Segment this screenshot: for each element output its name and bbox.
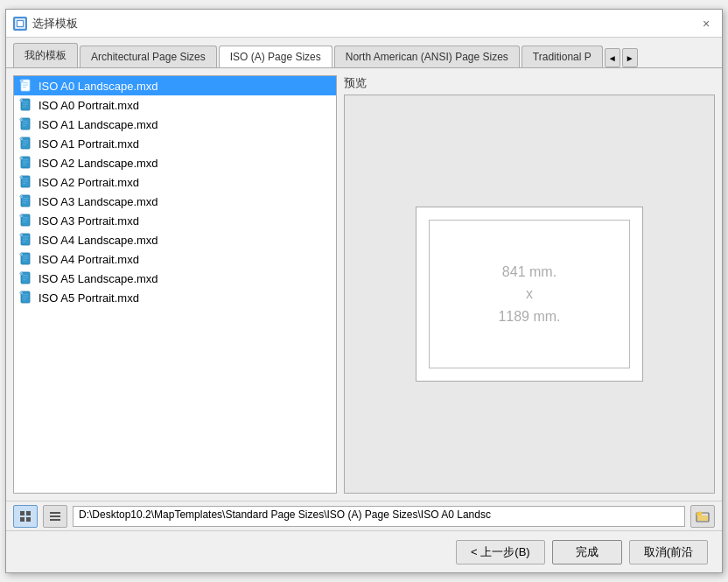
list-item[interactable]: G ISO A3 Landscape.mxd [14,192,336,211]
file-icon: G [19,271,33,285]
svg-rect-28 [23,162,28,163]
list-item-label: ISO A3 Portrait.mxd [38,214,139,228]
svg-rect-11 [23,106,26,107]
list-item-label: ISO A0 Portrait.mxd [38,99,139,112]
dialog-title: 选择模板 [32,16,78,32]
path-input[interactable]: D:\Desktop10.2\MapTemplates\Standard Pag… [73,506,685,527]
svg-rect-5 [23,87,26,88]
tab-architectural[interactable]: Architectural Page Sizes [80,46,217,67]
view-list-button[interactable] [43,505,67,528]
tab-prev-button[interactable]: ◄ [605,48,620,67]
file-icon: G [19,214,33,228]
file-icon: G [19,117,33,131]
svg-rect-79 [50,515,60,517]
svg-rect-4 [23,85,28,86]
svg-rect-16 [23,123,28,124]
svg-rect-63 [23,275,28,276]
size-line2: x [526,286,533,301]
list-item-label: ISO A5 Landscape.mxd [38,272,158,285]
file-list[interactable]: G ISO A0 Landscape.mxd G ISO A0 Portrait… [13,75,337,494]
tab-traditional[interactable]: Traditional P [522,46,603,67]
preview-area: 841 mm. x 1189 mm. [344,95,715,494]
list-item[interactable]: G ISO A3 Portrait.mxd [14,211,336,230]
right-panel: 预览 841 mm. x 1189 mm. [344,75,715,494]
list-item-label: ISO A1 Portrait.mxd [38,137,139,151]
file-icon: G [19,156,33,170]
view-grid-button[interactable] [13,505,38,528]
svg-rect-82 [696,513,702,515]
list-item[interactable]: G ISO A4 Landscape.mxd [14,230,336,249]
bottom-bar: < 上一步(B) 完成 取消(前沿 [6,530,722,572]
svg-rect-22 [23,143,28,144]
svg-rect-70 [23,297,28,298]
list-item-label: ISO A3 Landscape.mxd [38,195,158,208]
svg-rect-71 [23,298,26,299]
list-item-label: ISO A1 Landscape.mxd [38,118,158,131]
list-item[interactable]: G ISO A5 Portrait.mxd [14,288,336,307]
svg-rect-65 [23,279,26,280]
svg-rect-10 [23,104,28,105]
list-item[interactable]: G ISO A2 Portrait.mxd [14,172,336,192]
svg-rect-34 [23,181,28,182]
title-bar-left: 选择模板 [13,16,78,32]
tab-next-button[interactable]: ► [622,48,638,67]
svg-rect-33 [23,179,28,179]
tab-my-templates[interactable]: 我的模板 [13,43,78,67]
back-button[interactable]: < 上一步(B) [456,540,545,564]
svg-rect-39 [23,198,28,199]
list-item[interactable]: G ISO A5 Landscape.mxd [14,269,336,288]
list-item-label: ISO A4 Landscape.mxd [38,234,158,247]
list-item[interactable]: G ISO A4 Portrait.mxd [14,249,336,269]
file-icon: G [19,137,33,151]
list-item[interactable]: G ISO A1 Landscape.mxd [14,115,336,134]
size-line3: 1189 mm. [498,309,560,324]
cancel-button[interactable]: 取消(前沿 [629,540,708,564]
svg-rect-75 [26,511,31,515]
svg-rect-9 [23,102,28,102]
list-item[interactable]: G ISO A0 Portrait.mxd [14,95,336,115]
tab-north-american[interactable]: North American (ANSI) Page Sizes [334,46,520,67]
file-icon: G [19,98,33,112]
svg-rect-15 [23,121,28,122]
list-item[interactable]: G ISO A1 Portrait.mxd [14,134,336,153]
content-area: G ISO A0 Landscape.mxd G ISO A0 Portrait… [6,68,722,501]
close-button[interactable]: × [697,15,715,32]
list-item[interactable]: G ISO A0 Landscape.mxd [14,76,336,95]
file-icon: G [19,291,33,305]
list-item-label: ISO A0 Landscape.mxd [38,80,158,93]
list-item-label: ISO A4 Portrait.mxd [38,253,139,266]
svg-rect-35 [23,183,26,184]
svg-rect-78 [50,512,60,514]
dialog-icon [13,17,27,31]
svg-rect-52 [23,239,28,240]
tab-iso-a[interactable]: ISO (A) Page Sizes [219,46,332,68]
svg-rect-83 [697,515,708,521]
dialog: 选择模板 × 我的模板 Architectural Page Sizes ISO… [5,9,723,573]
finish-button[interactable]: 完成 [552,540,622,564]
list-item-label: ISO A2 Portrait.mxd [38,176,139,189]
svg-rect-51 [23,236,28,237]
svg-rect-53 [23,241,26,242]
path-bar: D:\Desktop10.2\MapTemplates\Standard Pag… [6,501,722,530]
svg-rect-23 [23,144,26,145]
title-bar: 选择模板 × [6,10,722,38]
preview-size-text: 841 mm. x 1189 mm. [498,261,560,328]
svg-rect-77 [26,517,31,522]
file-icon: G [19,252,33,266]
svg-rect-64 [23,277,28,278]
svg-rect-69 [23,294,28,295]
list-item-label: ISO A5 Portrait.mxd [38,291,139,305]
list-item[interactable]: G ISO A2 Landscape.mxd [14,153,336,172]
file-icon: G [19,175,33,189]
tab-bar: 我的模板 Architectural Page Sizes ISO (A) Pa… [6,38,722,68]
browse-button[interactable] [690,505,715,528]
svg-rect-74 [20,511,24,515]
file-icon: G [19,79,33,93]
svg-rect-76 [20,517,24,522]
svg-rect-59 [23,260,26,261]
svg-rect-21 [23,140,28,141]
svg-rect-27 [23,159,28,160]
svg-rect-29 [23,164,26,165]
svg-rect-41 [23,202,26,203]
file-icon: G [19,194,33,208]
